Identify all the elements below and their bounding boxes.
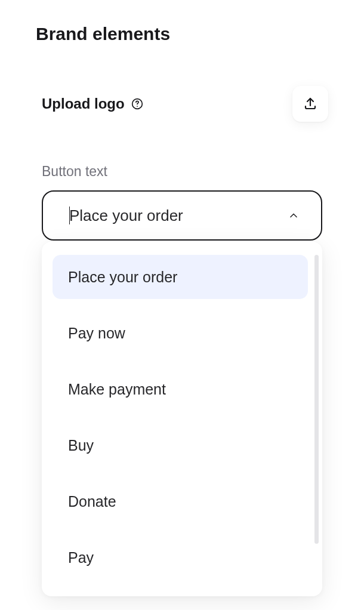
- upload-logo-label: Upload logo: [42, 95, 125, 112]
- upload-icon: [303, 96, 317, 112]
- button-text-dropdown: Place your order Pay now Make payment Bu…: [42, 242, 322, 596]
- section-title: Brand elements: [36, 24, 328, 44]
- upload-button[interactable]: [292, 86, 328, 122]
- dropdown-option-donate[interactable]: Donate: [53, 479, 308, 523]
- dropdown-option-make-payment[interactable]: Make payment: [53, 367, 308, 411]
- dropdown-option-pay-now[interactable]: Pay now: [53, 311, 308, 355]
- dropdown-option-pay[interactable]: Pay: [53, 535, 308, 580]
- dropdown-option-buy[interactable]: Buy: [53, 423, 308, 467]
- button-text-label: Button text: [36, 164, 328, 180]
- text-cursor: [69, 207, 70, 224]
- chevron-up-icon: [288, 210, 300, 221]
- button-text-value: Place your order: [69, 207, 183, 225]
- button-text-field: Place your order Place your order Pay no…: [36, 190, 328, 241]
- upload-label-group: Upload logo: [42, 95, 144, 112]
- scrollbar[interactable]: [314, 255, 319, 544]
- dropdown-option-place-your-order[interactable]: Place your order: [53, 255, 308, 299]
- button-text-combobox[interactable]: Place your order: [42, 190, 322, 241]
- upload-logo-row: Upload logo: [36, 86, 328, 122]
- help-icon[interactable]: [131, 97, 144, 110]
